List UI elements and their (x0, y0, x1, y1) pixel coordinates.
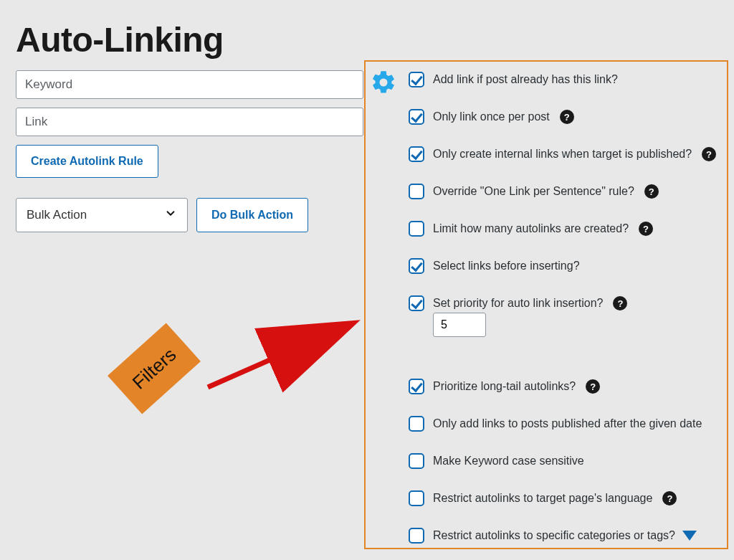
do-bulk-action-button[interactable]: Do Bulk Action (196, 198, 308, 232)
opt-set-priority-checkbox[interactable] (409, 295, 424, 311)
opt-label: Restrict autolinks to specific categorie… (433, 529, 675, 542)
priority-input[interactable] (433, 313, 486, 337)
opt-once-per-post-checkbox[interactable] (409, 109, 424, 125)
link-input[interactable] (16, 108, 363, 136)
opt-case-sensitive-checkbox[interactable] (409, 453, 424, 469)
help-icon[interactable]: ? (662, 491, 677, 506)
bulk-action-value: Bulk Action (27, 208, 87, 222)
help-icon[interactable]: ? (613, 296, 627, 310)
opt-label: Only add links to posts published after … (433, 417, 702, 430)
help-icon[interactable]: ? (644, 184, 659, 199)
opt-label: Only create internal links when target i… (433, 148, 692, 161)
opt-restrict-lang-checkbox[interactable] (409, 490, 424, 506)
opt-override-one-checkbox[interactable] (409, 184, 424, 199)
chevron-down-icon (164, 207, 177, 224)
bulk-action-select[interactable]: Bulk Action (16, 198, 188, 232)
svg-line-1 (208, 324, 351, 387)
opt-after-date-checkbox[interactable] (409, 416, 424, 432)
opt-add-if-exists-checkbox[interactable] (409, 72, 424, 87)
settings-panel: Add link if post already has this link? … (364, 60, 728, 549)
expand-triangle-icon[interactable] (682, 531, 697, 541)
help-icon[interactable]: ? (639, 222, 653, 236)
opt-internal-published-checkbox[interactable] (409, 146, 424, 162)
opt-label: Override "One Link per Sentence" rule? (433, 185, 634, 198)
create-autolink-rule-button[interactable]: Create Autolink Rule (16, 145, 158, 178)
help-icon[interactable]: ? (586, 379, 600, 394)
opt-restrict-cats-checkbox[interactable] (409, 528, 424, 544)
opt-label: Add link if post already has this link? (433, 73, 618, 86)
page-title: Auto-Linking (16, 20, 734, 60)
opt-label: Restrict autolinks to target page's lang… (433, 492, 652, 505)
opt-label: Limit how many autolinks are created? (433, 222, 629, 235)
opt-label: Make Keyword case sensitive (433, 455, 584, 468)
gear-icon (370, 69, 397, 99)
opt-select-before-checkbox[interactable] (409, 258, 424, 274)
opt-limit-count-checkbox[interactable] (409, 221, 424, 237)
opt-label: Select links before inserting? (433, 260, 580, 272)
opt-label: Set priority for auto link insertion? (433, 297, 603, 310)
help-icon[interactable]: ? (560, 110, 574, 124)
opt-label: Prioritize long-tail autolinks? (433, 380, 576, 393)
keyword-input[interactable] (16, 70, 363, 99)
opt-label: Only link once per post (433, 110, 550, 123)
filters-annotation-badge: Filters (108, 323, 201, 414)
opt-prioritize-long-checkbox[interactable] (409, 379, 424, 394)
help-icon[interactable]: ? (702, 147, 716, 161)
